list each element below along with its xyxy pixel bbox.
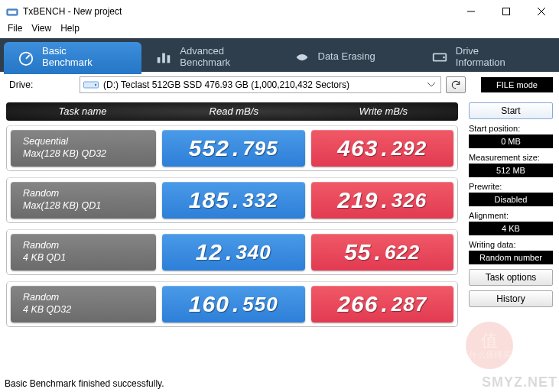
read-value: 160.550 (162, 286, 305, 322)
drive-icon (431, 49, 448, 66)
erase-icon (294, 49, 310, 66)
task-name: Random4 KB QD1 (11, 234, 156, 271)
minimize-button[interactable] (453, 0, 489, 23)
read-value: 185.332 (162, 182, 305, 219)
tab-label: Drive Information (456, 46, 505, 69)
svg-rect-1 (8, 11, 16, 14)
svg-point-12 (443, 56, 445, 58)
maximize-button[interactable] (489, 0, 524, 23)
menubar: File View Help (0, 23, 559, 38)
svg-line-7 (26, 55, 30, 59)
chevron-down-icon (425, 77, 437, 92)
header-read: Read mB/s (159, 102, 309, 121)
result-row: SequentialMax(128 KB) QD32552.795463.292 (6, 125, 458, 171)
task-name: RandomMax(128 KB) QD1 (11, 182, 156, 219)
write-value: 463.292 (311, 130, 454, 167)
hdd-icon (83, 79, 99, 90)
start-position-label: Start position: (469, 124, 553, 133)
alignment-label: Alignment: (469, 211, 553, 220)
menu-help[interactable]: Help (60, 23, 80, 38)
drive-label: Drive: (6, 79, 75, 90)
history-button[interactable]: History (469, 290, 553, 307)
write-value: 55.622 (311, 234, 454, 271)
chart-icon (155, 49, 172, 66)
measurement-size-value[interactable]: 512 MB (469, 164, 553, 177)
drive-row: Drive: (D:) Teclast 512GB SSD 476.93 GB … (6, 76, 553, 93)
drive-select[interactable]: (D:) Teclast 512GB SSD 476.93 GB (1,000,… (80, 76, 441, 93)
tab-label: Data Erasing (318, 51, 375, 63)
alignment-value[interactable]: 4 KB (469, 222, 553, 235)
measurement-size-label: Measurement size: (469, 153, 553, 162)
start-button[interactable]: Start (469, 102, 553, 119)
tab-data-erasing[interactable]: Data Erasing (280, 42, 418, 72)
result-row: RandomMax(128 KB) QD1185.332219.326 (6, 177, 458, 223)
refresh-icon (450, 79, 461, 90)
write-value: 219.326 (311, 182, 454, 219)
prewrite-value[interactable]: Disabled (469, 193, 553, 206)
tab-row: Basic Benchmark Advanced Benchmark Data … (0, 38, 559, 72)
tab-drive-information[interactable]: Drive Information (418, 42, 555, 72)
header-task: Task name (6, 102, 159, 121)
tab-advanced-benchmark[interactable]: Advanced Benchmark (141, 42, 279, 72)
gauge-icon (18, 49, 34, 66)
titlebar: TxBENCH - New project (0, 0, 559, 23)
write-value: 266.287 (311, 286, 454, 322)
app-icon (6, 5, 18, 18)
tab-basic-benchmark[interactable]: Basic Benchmark (4, 42, 141, 72)
task-name: SequentialMax(128 KB) QD32 (11, 130, 156, 167)
task-name: Random4 KB QD32 (11, 286, 156, 322)
result-row: Random4 KB QD112.34055.622 (6, 229, 458, 275)
window-title: TxBENCH - New project (23, 6, 453, 17)
menu-view[interactable]: View (31, 23, 51, 38)
svg-point-6 (20, 52, 33, 65)
refresh-button[interactable] (446, 76, 466, 93)
file-mode-button[interactable]: FILE mode (481, 77, 553, 92)
results-header: Task name Read mB/s Write mB/s (6, 102, 458, 121)
drive-selected-text: (D:) Teclast 512GB SSD 476.93 GB (1,000,… (103, 79, 349, 90)
tab-label: Basic Benchmark (42, 46, 93, 69)
read-value: 12.340 (162, 234, 305, 271)
task-options-button[interactable]: Task options (469, 269, 553, 286)
header-write: Write mB/s (309, 102, 459, 121)
writing-data-value[interactable]: Random number (469, 251, 553, 264)
watermark-text: SMYZ.NET (482, 374, 557, 390)
start-position-value[interactable]: 0 MB (469, 134, 553, 148)
svg-rect-10 (167, 55, 171, 63)
svg-rect-8 (158, 57, 161, 63)
svg-rect-3 (503, 8, 510, 15)
svg-rect-9 (162, 53, 165, 63)
side-panel: Start Start position: 0 MB Measurement s… (469, 102, 553, 327)
writing-data-label: Writing data: (469, 240, 553, 249)
result-row: Random4 KB QD32160.550266.287 (6, 281, 458, 327)
watermark-badge: 值 什么值得买 (466, 322, 513, 369)
svg-point-14 (95, 84, 96, 86)
results-area: Task name Read mB/s Write mB/s Sequentia… (6, 102, 458, 327)
status-text: Basic Benchmark finished successfully. (5, 378, 164, 389)
tab-label: Advanced Benchmark (180, 46, 230, 69)
read-value: 552.795 (162, 130, 305, 167)
close-button[interactable] (524, 0, 559, 23)
menu-file[interactable]: File (8, 23, 22, 38)
prewrite-label: Prewrite: (469, 182, 553, 191)
